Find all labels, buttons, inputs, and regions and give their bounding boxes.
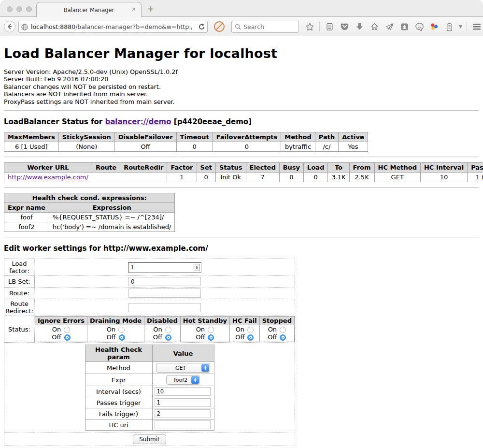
route-label: Route: [4, 288, 35, 299]
disabled-radios: On Off [144, 325, 181, 342]
hc-uri-input[interactable] [155, 420, 211, 429]
tab-balancer-manager[interactable]: Balancer Manager × [36, 2, 142, 17]
col-active: Active [339, 132, 368, 142]
inherit-note-line: Balancers are NOT inherited from main se… [4, 90, 479, 98]
divider [4, 237, 479, 238]
edit-worker-form: Load factor: ▲▼ LB Set: Route: Route Red… [4, 259, 295, 446]
chevron-down-icon[interactable]: ▼ [459, 24, 462, 29]
number-spinner-icon[interactable]: ▲▼ [194, 264, 200, 271]
battery-icon[interactable] [444, 21, 455, 32]
globe-icon [21, 23, 28, 31]
ignore-errors-on-radio[interactable] [64, 327, 70, 333]
hot-standby-off-radio[interactable] [208, 334, 214, 341]
col-path: Path [315, 132, 338, 142]
hc-interval-label: Interval (secs) [85, 386, 152, 397]
col-failoverattempts: FailoverAttempts [213, 132, 281, 142]
col-ignore-errors: Ignore Errors [35, 317, 87, 325]
minimize-window-button[interactable] [16, 6, 22, 12]
hc-fail-on-radio[interactable] [247, 327, 254, 333]
draining-mode-radios: On Off [87, 325, 144, 342]
hc-uri-label: HC uri [85, 419, 152, 431]
col-timeout: Timeout [176, 132, 213, 142]
route-input[interactable] [128, 289, 201, 298]
browser-window: Balancer Manager × + localhost:8880/bala… [0, 0, 483, 448]
disabled-off-radio[interactable] [165, 334, 171, 341]
lb-set-label: LB Set: [4, 276, 35, 288]
worker-status-table: Worker URL Route RouteRedir Factor Set S… [4, 162, 483, 182]
hc-interval-input[interactable] [155, 387, 211, 396]
maximize-window-button[interactable] [26, 6, 32, 12]
table-row: foof2 hc('body') =~ /domain is establish… [4, 222, 175, 232]
stopped-on-radio[interactable] [280, 327, 286, 333]
ignore-errors-radios: On Off [35, 325, 87, 342]
server-built-line: Server Built: Feb 9 2016 07:00:20 [4, 75, 479, 83]
draining-mode-on-radio[interactable] [118, 327, 125, 333]
health-check-param-table: Health Check param Value Method GET ▲▼ [85, 345, 214, 431]
menu-hamburger-icon[interactable] [471, 21, 482, 32]
hot-standby-radios: On Off [180, 325, 229, 342]
col-expression: Expression [49, 203, 175, 213]
col-hc-fail: HC Fail [230, 317, 260, 325]
select-arrows-icon: ▲▼ [201, 364, 209, 372]
hc-method-label: Method [85, 362, 152, 374]
route-redirect-label: Route Redirect: [4, 299, 35, 316]
select-arrows-icon: ▲▼ [191, 376, 199, 384]
reload-icon[interactable] [198, 23, 205, 30]
clipboard-icon[interactable] [324, 21, 335, 32]
new-tab-button[interactable]: + [147, 4, 154, 14]
hc-expr-select[interactable]: foof2 ▲▼ [166, 375, 200, 385]
bookmark-star-icon[interactable] [304, 21, 315, 32]
col-hc-value: Value [152, 345, 214, 362]
url-bar[interactable]: localhost:8880/balancer-manager?b=demo&w… [18, 21, 208, 33]
hc-passes-label: Passes trigger [85, 397, 152, 408]
submit-button[interactable]: Submit [133, 434, 166, 444]
col-method: Method [281, 132, 315, 142]
search-input[interactable] [243, 23, 292, 30]
hc-expr-label: Expr [85, 374, 152, 386]
downloads-icon[interactable] [354, 21, 365, 32]
balancer-demo-link[interactable]: balancer://demo [105, 117, 171, 126]
server-info: Server Version: Apache/2.5.0-dev (Unix) … [4, 68, 479, 105]
load-factor-label: Load factor: [4, 259, 35, 276]
col-draining-mode: Draining Mode [87, 317, 144, 325]
col-disablefailover: DisableFailover [114, 132, 176, 142]
hc-fail-off-radio[interactable] [247, 334, 254, 341]
search-bar[interactable] [231, 21, 299, 33]
chat-smiley-icon[interactable] [414, 21, 425, 32]
hc-passes-input[interactable] [155, 398, 211, 407]
window-controls [7, 6, 32, 12]
col-disabled: Disabled [144, 317, 181, 325]
stopped-off-radio[interactable] [280, 334, 286, 341]
back-arrow-icon [6, 23, 13, 30]
table-row: http://www.example.com/ 1 0 Init Ok 7 0 … [4, 173, 483, 182]
back-button[interactable] [4, 21, 15, 32]
hc-method-select[interactable]: GET ▲▼ [156, 363, 210, 373]
lb-set-input[interactable] [128, 277, 201, 286]
hc-fails-label: Fails trigger) [85, 408, 152, 419]
col-expr-name: Expr name [4, 203, 49, 213]
close-window-button[interactable] [7, 6, 13, 12]
page-content: Load Balancer Manager for localhost Serv… [0, 36, 483, 448]
route-redirect-input[interactable] [128, 303, 201, 312]
col-hc-param: Health Check param [85, 345, 152, 362]
ignore-errors-off-radio[interactable] [64, 334, 71, 341]
draining-mode-off-radio[interactable] [119, 334, 125, 341]
search-icon [235, 24, 241, 30]
tab-close-icon[interactable]: × [131, 6, 136, 13]
worker-url-link[interactable]: http://www.example.com/ [8, 173, 88, 181]
col-hot-standby: Hot Standby [180, 317, 229, 325]
hc-fails-input[interactable] [155, 409, 211, 418]
proxypass-note-line: ProxyPass settings are NOT inherited fro… [4, 98, 479, 105]
home-icon[interactable] [369, 21, 380, 32]
colored-dots-icon[interactable] [429, 21, 440, 32]
table-row: foof %{REQUEST_STATUS} =~ /^[234]/ [4, 213, 175, 222]
hot-standby-on-radio[interactable] [208, 327, 214, 333]
pocket-icon[interactable] [339, 21, 350, 32]
disabled-on-radio[interactable] [165, 327, 171, 333]
download-box-icon[interactable] [399, 21, 410, 32]
status-radio-table: Ignore Errors Draining Mode Disabled Hot… [35, 316, 295, 342]
load-factor-input[interactable] [128, 263, 194, 271]
table-row: 6 [1 Used] (None) Off 0 0 bytraffic /c/ … [4, 142, 368, 152]
content-blocker-icon[interactable] [214, 21, 225, 32]
send-plane-icon[interactable] [384, 21, 395, 32]
